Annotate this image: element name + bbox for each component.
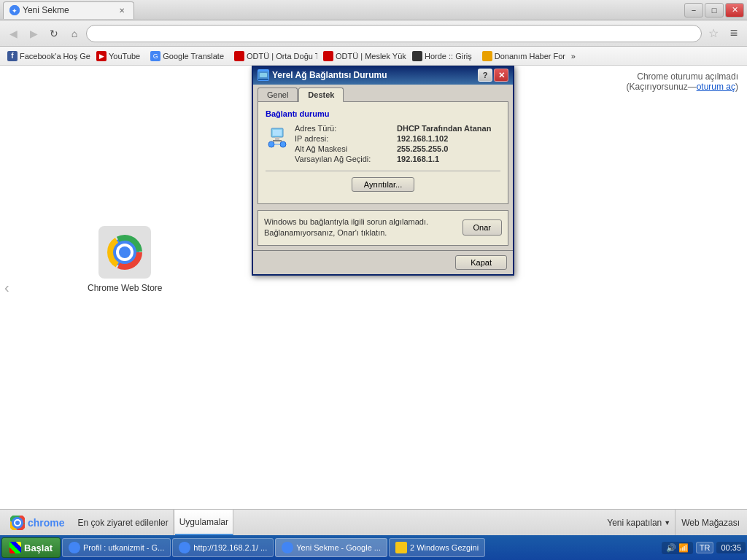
gtranslate-favicon: G xyxy=(150,51,160,61)
network-data-table: Adres Türü: DHCP Tarafından Atanan IP ad… xyxy=(295,124,500,165)
taskbar-folder-icon xyxy=(395,542,407,553)
chrome-logo-area: chrome xyxy=(3,516,72,530)
system-tray: 🔊 📶 xyxy=(662,542,693,554)
taskbar-item-file-manager[interactable]: 2 Windows Gezgini xyxy=(389,538,485,557)
taskbar-item-browser-192[interactable]: http://192.168.2.1/ ... xyxy=(172,538,274,557)
bookmark-horde[interactable]: Horde :: Giriş xyxy=(408,50,476,63)
bookmark-google-translate[interactable]: G Google Translate xyxy=(146,50,228,63)
bookmarks-bar: f Facebook'a Hoş Geldin... ▶ YouTube G G… xyxy=(0,47,747,66)
address-bar[interactable] xyxy=(86,25,702,42)
chrome-logo-icon xyxy=(10,516,25,530)
browser-window: ✦ Yeni Sekme ✕ − □ ✕ ◀ ▶ ↻ ⌂ ☆ ≡ f Faceb… xyxy=(0,0,747,560)
repair-button[interactable]: Onar xyxy=(462,219,502,236)
start-button[interactable]: Başlat xyxy=(1,537,61,558)
gateway-value: 192.168.1.1 xyxy=(397,155,439,163)
svg-rect-10 xyxy=(260,73,267,77)
reload-button[interactable]: ↻ xyxy=(45,25,63,42)
tab-close-button[interactable]: ✕ xyxy=(116,4,128,16)
subnet-value: 255.255.255.0 xyxy=(397,144,448,153)
taskbar-item-chrome-profile[interactable]: Profil : utkanizmit - G... xyxy=(62,538,171,557)
details-button[interactable]: Ayrıntılar... xyxy=(352,177,414,192)
close-button[interactable]: ✕ xyxy=(725,3,744,18)
address-type-row: Adres Türü: DHCP Tarafından Atanan xyxy=(295,124,500,133)
tray-icons: 🔊 📶 xyxy=(666,543,689,553)
chrome-web-store-app[interactable]: Chrome Web Store xyxy=(88,226,163,293)
dialog-tabs: Genel Destek xyxy=(253,85,513,101)
title-bar: ✦ Yeni Sekme ✕ − □ ✕ xyxy=(0,0,747,20)
most-visited-section[interactable]: En çok ziyaret edilenler xyxy=(74,510,174,535)
browser-tab[interactable]: ✦ Yeni Sekme ✕ xyxy=(3,1,134,19)
maximize-button[interactable]: □ xyxy=(705,3,724,18)
window-controls: − □ ✕ xyxy=(684,3,744,18)
start-label: Başlat xyxy=(24,542,53,553)
page-content: Chrome oturumu açılmadı (Kaçırıyorsunuz—… xyxy=(0,66,747,509)
taskbar-right-area: 🔊 📶 TR 00:35 xyxy=(662,542,746,554)
repair-text: Windows bu bağlantıyla ilgili sorun algı… xyxy=(264,217,455,239)
language-button[interactable]: TR xyxy=(696,542,714,553)
network-status-dialog: Yerel Ağ Bağlantısı Durumu ? ✕ Genel Des… xyxy=(252,66,514,276)
ip-label: IP adresi: xyxy=(295,134,397,143)
svg-point-24 xyxy=(15,521,20,525)
signin-link[interactable]: oturum aç xyxy=(697,82,735,92)
taskbar-item-label-3: Yeni Sekme - Google ... xyxy=(296,543,381,552)
minimize-button[interactable]: − xyxy=(684,3,703,18)
horde-favicon xyxy=(412,51,422,61)
subnet-label: Alt Ağ Maskesi xyxy=(295,144,397,153)
tab-genel[interactable]: Genel xyxy=(258,88,298,101)
bookmarks-chevron[interactable]: » xyxy=(567,50,580,62)
close-dialog-button[interactable]: Kapat xyxy=(455,255,507,270)
bookmark-youtube-label: YouTube xyxy=(109,52,140,61)
svg-rect-15 xyxy=(273,140,282,141)
bookmark-facebook[interactable]: f Facebook'a Hoş Geldin... xyxy=(3,50,90,63)
dialog-title-buttons: ? ✕ xyxy=(478,69,508,82)
tab-destek[interactable]: Destek xyxy=(298,88,344,102)
bookmark-odtu1-label: ODTÜ | Orta Doğu Tek... xyxy=(247,52,317,61)
network-info-row: Adres Türü: DHCP Tarafından Atanan IP ad… xyxy=(266,124,500,165)
signin-prompt: (Kaçırıyorsunuz— xyxy=(627,82,697,92)
taskbar-chrome-icon-1 xyxy=(69,542,80,553)
taskbar-item-new-tab[interactable]: Yeni Sekme - Google ... xyxy=(275,538,387,557)
bookmark-gtranslate-label: Google Translate xyxy=(163,52,224,61)
dialog-close-button[interactable]: ✕ xyxy=(494,69,508,82)
address-type-label: Adres Türü: xyxy=(295,124,397,133)
bookmark-star-button[interactable]: ☆ xyxy=(705,25,722,42)
ip-row: IP adresi: 192.168.1.102 xyxy=(295,134,500,143)
bookmark-odtu2[interactable]: ODTÜ | Meslek Yüksek... xyxy=(319,50,406,63)
chrome-store-icon-bg xyxy=(98,226,151,279)
dialog-title: Yerel Ağ Bağlantısı Durumu xyxy=(272,70,475,80)
signin-area: Chrome oturumu açılmadı (Kaçırıyorsunuz—… xyxy=(627,71,738,92)
dialog-panel: Bağlantı durumu xyxy=(258,101,508,204)
bookmark-dh[interactable]: Donanım Haber Forum xyxy=(478,50,565,63)
apps-section[interactable]: Uygulamalar xyxy=(175,510,233,535)
dialog-close-area: Kapat xyxy=(253,250,513,274)
taskbar-chrome-icon-3 xyxy=(282,542,293,553)
tab-title: Yeni Sekme xyxy=(23,5,113,15)
bookmark-youtube[interactable]: ▶ YouTube xyxy=(92,50,144,63)
svg-point-8 xyxy=(119,246,131,258)
bookmark-odtu1[interactable]: ODTÜ | Orta Doğu Tek... xyxy=(230,50,317,63)
bookmark-horde-label: Horde :: Giriş xyxy=(425,52,472,61)
dialog-icon xyxy=(258,69,269,81)
windows-logo-icon xyxy=(9,542,21,553)
scroll-left-arrow[interactable]: ‹ xyxy=(4,279,9,296)
chrome-menu-button[interactable]: ≡ xyxy=(725,25,743,42)
chrome-store-svg xyxy=(106,233,144,271)
web-store-section[interactable]: Web Mağazası xyxy=(677,510,744,535)
dialog-help-button[interactable]: ? xyxy=(478,69,492,82)
subnet-row: Alt Ağ Maskesi 255.255.255.0 xyxy=(295,144,500,153)
bookmark-dh-label: Donanım Haber Forum xyxy=(495,52,565,61)
system-clock: 00:35 xyxy=(721,543,741,552)
recently-closed-section[interactable]: Yeni kapatılan ▼ xyxy=(603,510,676,535)
forward-button[interactable]: ▶ xyxy=(25,25,42,42)
home-button[interactable]: ⌂ xyxy=(66,25,83,42)
taskbar-item-label-4: 2 Windows Gezgini xyxy=(410,543,479,552)
dh-favicon xyxy=(482,51,492,61)
svg-text:✦: ✦ xyxy=(12,7,18,15)
svg-rect-14 xyxy=(275,137,279,140)
chrome-text: chrome xyxy=(28,517,65,529)
section-title: Bağlantı durumu xyxy=(266,109,500,118)
back-button[interactable]: ◀ xyxy=(4,25,22,42)
gateway-row: Varsayılan Ağ Geçidi: 192.168.1.1 xyxy=(295,155,500,163)
signin-text: Chrome oturumu açılmadı xyxy=(637,71,738,82)
odtu1-favicon xyxy=(234,51,244,61)
